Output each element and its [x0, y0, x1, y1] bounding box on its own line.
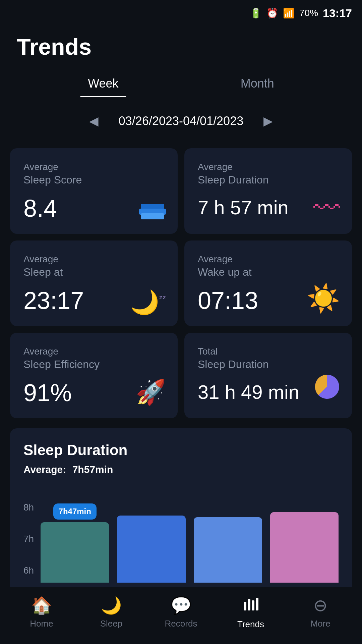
sun-icon: ☀️: [307, 283, 340, 314]
nav-more-label: More: [310, 619, 330, 629]
wave-icon: 〰: [313, 195, 340, 222]
nav-home-label: Home: [30, 619, 53, 629]
nav-sleep[interactable]: 🌙 Sleep: [76, 596, 146, 629]
bar-1: [41, 522, 109, 583]
sleep-duration-label-main: Sleep Duration: [198, 174, 339, 186]
tab-month[interactable]: Month: [227, 73, 288, 97]
status-time: 13:17: [323, 7, 352, 20]
prev-date-button[interactable]: ◀: [82, 111, 105, 131]
chart-average: Average: 7h57min: [23, 464, 339, 475]
more-icon: ⊖: [313, 596, 327, 615]
home-icon: 🏠: [31, 596, 52, 615]
chart-title: Sleep Duration: [23, 442, 339, 459]
chart-bars: 7h47min: [41, 502, 339, 583]
bar-4: [270, 512, 339, 583]
svg-rect-1: [244, 602, 246, 610]
bar-4-wrapper: [270, 512, 339, 583]
sleep-at-card[interactable]: Average Sleep at 23:17 🌙ᶻᶻ: [10, 240, 178, 326]
bar-3-wrapper: [194, 517, 262, 583]
moon-icon: 🌙ᶻᶻ: [130, 288, 166, 316]
date-navigation: ◀ 03/26/2023-04/01/2023 ▶: [0, 111, 362, 131]
total-sleep-card[interactable]: Total Sleep Duration 31 h 49 min: [184, 333, 352, 418]
sleep-score-label-top: Average: [23, 162, 164, 172]
next-date-button[interactable]: ▶: [257, 111, 280, 131]
trends-icon: [242, 595, 259, 616]
status-bar: 🔋 ⏰ 📶 70% 13:17: [0, 0, 362, 23]
pie-icon: [313, 373, 340, 407]
tab-bar: Week Month: [0, 73, 362, 97]
y-label-7h: 7h: [23, 534, 34, 544]
svg-rect-4: [256, 598, 258, 610]
total-sleep-label-main: Sleep Duration: [198, 358, 339, 371]
bar-2-wrapper: [117, 516, 185, 583]
nav-sleep-label: Sleep: [100, 619, 123, 629]
sleep-duration-chart: Sleep Duration Average: 7h57min 8h 7h 6h…: [10, 428, 352, 599]
metrics-grid: Average Sleep Score 8.4 Average Sleep Du…: [0, 148, 362, 418]
sleep-at-label-top: Average: [23, 254, 164, 265]
nav-records[interactable]: 💬 Records: [146, 596, 216, 629]
chart-y-labels: 8h 7h 6h: [23, 502, 34, 583]
nav-records-label: Records: [165, 619, 197, 629]
nav-trends[interactable]: Trends: [216, 595, 286, 630]
bar-1-wrapper: 7h47min: [41, 503, 109, 583]
bar-3: [194, 517, 262, 583]
sleep-score-card[interactable]: Average Sleep Score 8.4: [10, 148, 178, 234]
sleep-duration-card[interactable]: Average Sleep Duration 7 h 57 min 〰: [184, 148, 352, 234]
layers-icon: [139, 201, 166, 222]
y-label-6h: 6h: [23, 565, 34, 576]
sleep-at-label-main: Sleep at: [23, 266, 164, 278]
date-range-text: 03/26/2023-04/01/2023: [119, 114, 243, 128]
sleep-efficiency-label-top: Average: [23, 346, 164, 357]
bar-1-tooltip: 7h47min: [53, 503, 97, 520]
sleep-efficiency-label-main: Sleep Efficiency: [23, 358, 164, 371]
alarm-icon: ⏰: [266, 8, 278, 19]
wifi-icon: 📶: [283, 8, 295, 19]
nav-more[interactable]: ⊖ More: [286, 596, 355, 629]
sleep-efficiency-card[interactable]: Average Sleep Efficiency 91% 🚀: [10, 333, 178, 418]
wake-up-label-main: Wake up at: [198, 266, 339, 278]
nav-trends-label: Trends: [237, 619, 264, 630]
svg-rect-2: [248, 599, 250, 610]
sleep-duration-label-top: Average: [198, 162, 339, 172]
chart-area: 8h 7h 6h 7h47min: [23, 489, 339, 583]
wake-up-label-top: Average: [198, 254, 339, 265]
y-label-8h: 8h: [23, 502, 34, 513]
battery-percent: 70%: [299, 8, 318, 18]
page-title: Trends: [0, 23, 362, 73]
sleep-score-label-main: Sleep Score: [23, 174, 164, 186]
sleep-icon: 🌙: [101, 596, 122, 615]
bar-2: [117, 516, 185, 583]
rocket-icon: 🚀: [136, 378, 166, 407]
wake-up-card[interactable]: Average Wake up at 07:13 ☀️: [184, 240, 352, 326]
svg-rect-3: [252, 600, 254, 610]
battery-icon: 🔋: [250, 8, 262, 19]
total-sleep-label-top: Total: [198, 346, 339, 357]
bottom-navigation: 🏠 Home 🌙 Sleep 💬 Records Trends ⊖ More: [0, 587, 362, 644]
tab-week[interactable]: Week: [74, 73, 132, 97]
records-icon: 💬: [171, 596, 191, 615]
nav-home[interactable]: 🏠 Home: [7, 596, 76, 629]
